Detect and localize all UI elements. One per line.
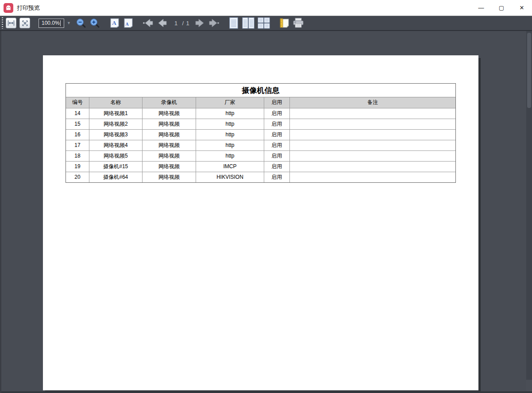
table-cell: 17 xyxy=(66,140,89,150)
column-header: 录像机 xyxy=(142,97,196,108)
table-cell: http xyxy=(196,140,264,150)
table-cell: 启用 xyxy=(264,140,289,150)
maximize-button[interactable]: ▢ xyxy=(491,0,512,15)
table-cell: 16 xyxy=(66,129,89,140)
table-cell: 19 xyxy=(66,161,89,172)
table-cell xyxy=(289,119,455,129)
fit-width-button[interactable] xyxy=(6,18,16,28)
table-cell: 启用 xyxy=(264,161,289,172)
table-cell: 启用 xyxy=(264,129,289,140)
vertical-scrollbar-thumb[interactable] xyxy=(527,33,531,108)
two-page-view-button[interactable] xyxy=(242,17,255,29)
table-row: 18网络视频5网络视频http启用 xyxy=(66,150,455,161)
page-setup-icon xyxy=(279,18,290,28)
zoom-out-icon xyxy=(76,18,86,28)
zoom-input[interactable]: 100.0% xyxy=(39,19,64,28)
camera-info-table: 摄像机信息 编号名称录像机厂家启用备注 14网络视频1网络视频http启用15网… xyxy=(66,83,456,183)
table-cell: 网络视频5 xyxy=(89,150,142,161)
table-cell: 网络视频1 xyxy=(89,108,142,119)
close-button[interactable]: ✕ xyxy=(512,0,532,15)
column-header: 厂家 xyxy=(196,97,264,108)
chevron-down-icon[interactable]: ▼ xyxy=(67,21,71,25)
paper: 摄像机信息 编号名称录像机厂家启用备注 14网络视频1网络视频http启用15网… xyxy=(43,55,478,390)
column-header: 编号 xyxy=(66,97,89,108)
text-zoom-small-icon: A xyxy=(123,18,133,28)
text-zoom-large-icon: A xyxy=(110,18,120,28)
data-table: 编号名称录像机厂家启用备注 14网络视频1网络视频http启用15网络视频2网络… xyxy=(66,97,455,182)
table-cell: 网络视频2 xyxy=(89,119,142,129)
zoom-out-button[interactable] xyxy=(75,17,87,29)
four-page-view-button[interactable] xyxy=(257,17,270,29)
table-cell xyxy=(289,161,455,172)
preview-area[interactable]: 摄像机信息 编号名称录像机厂家启用备注 14网络视频1网络视频http启用15网… xyxy=(0,31,532,393)
table-cell: HIKVISION xyxy=(196,172,264,182)
zoom-value: 100.0% xyxy=(42,20,60,26)
table-cell: 摄像机#15 xyxy=(89,161,142,172)
horizontal-scrollbar[interactable] xyxy=(1,391,532,393)
table-cell: 摄像机#64 xyxy=(89,172,142,182)
table-cell: IMCP xyxy=(196,161,264,172)
table-cell: 网络视频3 xyxy=(89,129,142,140)
table-cell xyxy=(289,140,455,150)
table-row: 17网络视频4网络视频http启用 xyxy=(66,140,455,150)
column-header: 名称 xyxy=(89,97,142,108)
app-ghost-icon xyxy=(4,3,13,13)
title-bar: 打印预览 — ▢ ✕ xyxy=(0,0,532,16)
print-preview-window: 打印预览 — ▢ ✕ 100.0% ▼ xyxy=(0,0,532,393)
table-cell: 启用 xyxy=(264,150,289,161)
last-page-button[interactable] xyxy=(208,17,220,29)
table-cell xyxy=(289,129,455,140)
table-cell: 启用 xyxy=(264,108,289,119)
table-cell xyxy=(289,108,455,119)
table-cell xyxy=(289,172,455,182)
column-header: 启用 xyxy=(264,97,289,108)
one-page-view-button[interactable] xyxy=(228,17,239,29)
table-cell xyxy=(289,150,455,161)
table-header: 编号名称录像机厂家启用备注 xyxy=(66,97,455,108)
first-page-icon xyxy=(143,19,154,27)
next-page-button[interactable] xyxy=(194,17,206,29)
minimize-button[interactable]: — xyxy=(471,0,491,15)
table-cell: 网络视频 xyxy=(142,150,196,161)
table-row: 16网络视频3网络视频http启用 xyxy=(66,129,455,140)
fit-page-button[interactable] xyxy=(19,18,30,28)
table-row: 14网络视频1网络视频http启用 xyxy=(66,108,455,119)
text-zoom-large-button[interactable]: A xyxy=(109,17,120,29)
page-total: / 1 xyxy=(182,20,189,27)
zoom-in-icon xyxy=(89,18,100,28)
fit-width-icon xyxy=(8,20,15,26)
table-title: 摄像机信息 xyxy=(66,84,455,97)
two-page-view-icon xyxy=(242,17,254,29)
page-setup-button[interactable] xyxy=(279,17,290,29)
table-cell: http xyxy=(196,150,264,161)
zoom-in-button[interactable] xyxy=(89,17,100,29)
toolbar-gripper[interactable] xyxy=(2,17,3,29)
table-cell: 网络视频 xyxy=(142,172,196,182)
first-page-button[interactable] xyxy=(143,17,154,29)
svg-text:A: A xyxy=(125,22,129,27)
previous-page-icon xyxy=(157,19,167,27)
print-icon xyxy=(293,18,304,28)
table-cell: 网络视频4 xyxy=(89,140,142,150)
fit-page-icon xyxy=(22,20,28,27)
text-zoom-small-button[interactable]: A xyxy=(123,17,134,29)
table-cell: 20 xyxy=(66,172,89,182)
table-cell: 启用 xyxy=(264,119,289,129)
print-button[interactable] xyxy=(293,17,304,29)
page-indicator: 1 / 1 xyxy=(174,20,190,27)
table-row: 20摄像机#64网络视频HIKVISION启用 xyxy=(66,172,455,182)
four-page-view-icon xyxy=(258,17,270,29)
vertical-scrollbar[interactable] xyxy=(526,31,532,393)
svg-text:A: A xyxy=(112,19,116,26)
window-title: 打印预览 xyxy=(17,4,40,12)
toolbar: 100.0% ▼ A xyxy=(0,16,532,31)
zoom-combobox[interactable]: 100.0% ▼ xyxy=(39,19,71,28)
table-cell: 网络视频 xyxy=(142,129,196,140)
previous-page-button[interactable] xyxy=(156,17,168,29)
window-controls: — ▢ ✕ xyxy=(471,0,532,15)
table-cell: http xyxy=(196,129,264,140)
table-cell: http xyxy=(196,108,264,119)
one-page-view-icon xyxy=(229,17,239,29)
table-cell: 14 xyxy=(66,108,89,119)
next-page-icon xyxy=(195,19,205,27)
